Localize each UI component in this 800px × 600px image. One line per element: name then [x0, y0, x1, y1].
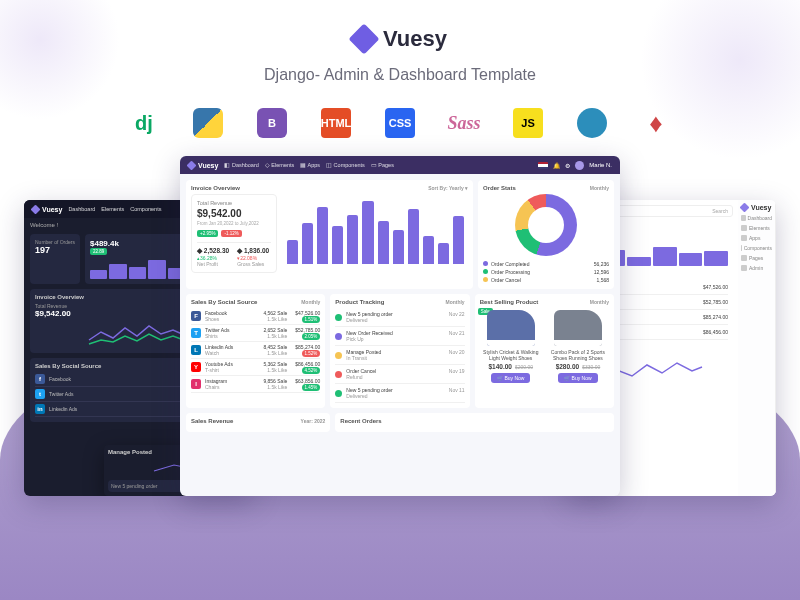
period-dropdown[interactable]: Monthly — [590, 299, 609, 305]
sales-revenue-title: Sales Revenue — [191, 418, 233, 424]
track-row[interactable]: New Order ReceivedPick UpNov 21 — [335, 327, 464, 346]
bar — [408, 209, 419, 264]
nav-dashboard[interactable]: ◧ Dashboard — [224, 162, 258, 168]
buy-button[interactable]: 🛒 Buy Now — [558, 373, 597, 383]
user-name[interactable]: Marie N. — [589, 162, 612, 168]
django-icon: dj — [129, 108, 159, 138]
tech-icons: dj B HTML CSS Sass JS ♦ — [0, 108, 800, 138]
legend-item: Order Completed56,236 — [483, 260, 609, 268]
badge-up: +2.95% — [197, 230, 218, 237]
sidebar: Vuesy Dashboard Elements Apps Components… — [738, 200, 776, 496]
bar-chart — [283, 194, 468, 264]
sidebar-item[interactable]: Admin — [741, 263, 772, 273]
period-dropdown[interactable]: Monthly — [445, 299, 464, 305]
sass-icon: Sass — [449, 108, 479, 138]
nav-components[interactable]: ◫ Components — [326, 162, 365, 168]
legend-item: Order Cancel1,568 — [483, 276, 609, 284]
social-row[interactable]: FFacebookShoes4,562 Sale1.5k Like$47,526… — [191, 308, 320, 325]
track-row[interactable]: New 5 pending orderDeliveredNov 22 — [335, 308, 464, 327]
nav-elements[interactable]: ◇ Elements — [265, 162, 294, 168]
nav-dashboard[interactable]: Dashboard — [68, 206, 95, 212]
html-icon: HTML — [321, 108, 351, 138]
brand-sm: Vuesy — [188, 162, 218, 169]
bell-icon[interactable]: 🔔 — [553, 162, 560, 169]
bootstrap-icon: B — [257, 108, 287, 138]
buy-button[interactable]: 🛒 Buy Now — [491, 373, 530, 383]
bar — [393, 230, 404, 264]
python-icon — [193, 108, 223, 138]
gulp-icon: ♦ — [641, 108, 671, 138]
period-dropdown[interactable]: Monthly — [301, 299, 320, 305]
dashboard-main: Vuesy ◧ Dashboard ◇ Elements ▦ Apps ◫ Co… — [180, 156, 620, 496]
track-row[interactable]: Manage PostedIn TransitNov 20 — [335, 346, 464, 365]
track-row[interactable]: Order CancelRefundNov 19 — [335, 365, 464, 384]
track-row[interactable]: New 5 pending orderDeliveredNov 11 — [335, 384, 464, 403]
bar — [347, 215, 358, 264]
tracking-title: Product Tracking — [335, 299, 384, 305]
avatar[interactable] — [575, 161, 584, 170]
num-orders: 197 — [35, 245, 75, 255]
nav-elements[interactable]: Elements — [101, 206, 124, 212]
sidebar-item[interactable]: Pages — [741, 253, 772, 263]
social-row[interactable]: LLinkedin AdsWatch8,452 Sale1.5k Like$85… — [191, 342, 320, 359]
product-card[interactable]: SaleStylish Cricket & Walking Light Weig… — [480, 308, 542, 383]
brand: Vuesy — [353, 26, 447, 52]
yarn-icon — [577, 108, 607, 138]
bar — [317, 207, 328, 264]
cube-icon — [348, 23, 379, 54]
revenue-value: $9,542.00 — [197, 208, 271, 219]
sidebar-item[interactable]: Apps — [741, 233, 772, 243]
sort-dropdown[interactable]: Yearly — [449, 185, 464, 191]
order-stats-title: Order Stats — [483, 185, 516, 191]
brand-name: Vuesy — [383, 26, 447, 52]
bar — [453, 216, 464, 264]
cube-icon — [187, 160, 197, 170]
period-dropdown[interactable]: Monthly — [590, 185, 609, 191]
nav-components[interactable]: Components — [130, 206, 161, 212]
sidebar-item[interactable]: Dashboard — [741, 213, 772, 223]
bar — [362, 201, 373, 264]
legend-item: Order Processing12,596 — [483, 268, 609, 276]
best-selling-title: Best Selling Product — [480, 299, 539, 305]
sidebar-item[interactable]: Components — [741, 243, 772, 253]
social-row[interactable]: YYoutube AdsT-shirt5,362 Sale1.5k Like$8… — [191, 359, 320, 376]
invoice-overview-title: Invoice Overview — [35, 294, 84, 300]
topbar: Vuesy ◧ Dashboard ◇ Elements ▦ Apps ◫ Co… — [180, 156, 620, 174]
sidebar-item[interactable]: Elements — [741, 223, 772, 233]
css-icon: CSS — [385, 108, 415, 138]
js-icon: JS — [513, 108, 543, 138]
social-row[interactable]: TTwitter AdsShirts2,652 Sale1.5k Like$52… — [191, 325, 320, 342]
donut-chart — [515, 194, 577, 256]
bar — [423, 236, 434, 264]
bar — [378, 221, 389, 264]
nav-pages[interactable]: ▭ Pages — [371, 162, 394, 168]
invoice-title: Invoice Overview — [191, 185, 240, 191]
badge-down: -1.12% — [221, 230, 241, 237]
nav-apps[interactable]: ▦ Apps — [300, 162, 320, 168]
bar — [438, 243, 449, 264]
recent-orders-title: Recent Orders — [340, 418, 381, 424]
bar — [332, 226, 343, 265]
social-title: Sales By Social Source — [35, 363, 101, 369]
revenue-box: Total Revenue $9,542.00 From Jan 20,2022… — [191, 194, 277, 273]
bar — [302, 223, 313, 264]
product-card[interactable]: Combo Pack of 2 Sports Shoes Running Sho… — [547, 308, 609, 383]
social-row[interactable]: IInstagramChairs9,856 Sale1.5k Like$63,8… — [191, 376, 320, 393]
gear-icon[interactable]: ⚙ — [565, 162, 570, 169]
bar — [287, 240, 298, 265]
social-title: Sales By Social Source — [191, 299, 257, 305]
pct-badge: 22.89 — [90, 248, 107, 255]
tagline: Django- Admin & Dashboard Template — [0, 66, 800, 84]
flag-icon[interactable] — [538, 162, 548, 169]
